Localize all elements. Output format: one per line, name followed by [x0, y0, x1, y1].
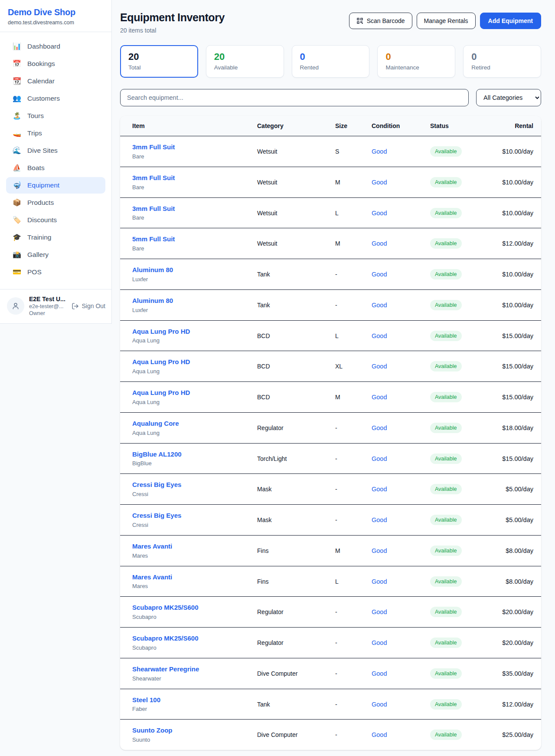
condition-link[interactable]: Good [372, 179, 387, 186]
table-row[interactable]: 3mm Full SuitBareWetsuitLGoodAvailable$1… [120, 197, 541, 228]
sidebar-item-equipment[interactable]: 🤿Equipment [6, 177, 105, 194]
sidebar-item-products[interactable]: 📦Products [6, 194, 105, 211]
sidebar-item-calendar[interactable]: 📆Calendar [6, 73, 105, 89]
table-row[interactable]: Suunto ZoopSuuntoDive Computer-GoodAvail… [120, 720, 541, 750]
table-row[interactable]: 5mm Full SuitBareWetsuitMGoodAvailable$1… [120, 228, 541, 259]
cell-item: Steel 100Faber [120, 689, 254, 720]
condition-link[interactable]: Good [372, 608, 387, 615]
manage-rentals-button[interactable]: Manage Rentals [417, 13, 476, 29]
tours-icon: 🏝️ [12, 112, 22, 119]
table-row[interactable]: Scubapro MK25/S600ScubaproRegulator-Good… [120, 628, 541, 658]
sidebar-item-bookings[interactable]: 📅Bookings [6, 56, 105, 72]
item-name-link[interactable]: Mares Avanti [132, 573, 250, 582]
condition-link[interactable]: Good [372, 670, 387, 677]
cell-size: XL [332, 351, 368, 382]
table-row[interactable]: 3mm Full SuitBareWetsuitMGoodAvailable$1… [120, 167, 541, 197]
cell-condition: Good [368, 474, 427, 505]
condition-link[interactable]: Good [372, 547, 387, 554]
condition-link[interactable]: Good [372, 363, 387, 370]
sidebar-item-discounts[interactable]: 🏷️Discounts [6, 212, 105, 228]
sidebar-item-gallery[interactable]: 📸Gallery [6, 247, 105, 263]
table-row[interactable]: Aqua Lung Pro HDAqua LungBCDXLGoodAvaila… [120, 351, 541, 382]
table-row[interactable]: Aqua Lung Pro HDAqua LungBCDMGoodAvailab… [120, 382, 541, 413]
condition-link[interactable]: Good [372, 701, 387, 708]
table-row[interactable]: Scubapro MK25/S600ScubaproRegulator-Good… [120, 597, 541, 628]
item-name-link[interactable]: 3mm Full Suit [132, 205, 250, 213]
item-name-link[interactable]: BigBlue AL1200 [132, 450, 250, 459]
status-badge: Available [430, 576, 462, 587]
condition-link[interactable]: Good [372, 731, 387, 738]
item-name-link[interactable]: Suunto Zoop [132, 726, 250, 735]
item-name-link[interactable]: Cressi Big Eyes [132, 512, 250, 520]
sidebar-item-tours[interactable]: 🏝️Tours [6, 108, 105, 124]
stat-card-maintenance[interactable]: 0Maintenance [377, 45, 455, 78]
condition-link[interactable]: Good [372, 148, 387, 155]
sidebar-item-dive-sites[interactable]: 🌊Dive Sites [6, 142, 105, 159]
table-row[interactable]: 3mm Full SuitBareWetsuitSGoodAvailable$1… [120, 136, 541, 167]
sidebar-item-dashboard[interactable]: 📊Dashboard [6, 38, 105, 55]
table-row[interactable]: Cressi Big EyesCressiMask-GoodAvailable$… [120, 474, 541, 505]
add-equipment-button[interactable]: Add Equipment [480, 13, 541, 29]
condition-link[interactable]: Good [372, 424, 387, 431]
sign-out-button[interactable]: Sign Out [72, 302, 105, 310]
gallery-icon: 📸 [12, 251, 22, 258]
sidebar-item-training[interactable]: 🎓Training [6, 229, 105, 246]
stat-card-rented[interactable]: 0Rented [292, 45, 370, 78]
sidebar-item-pos[interactable]: 💳POS [6, 264, 105, 280]
table-row[interactable]: Mares AvantiMaresFinsLGoodAvailable$8.00… [120, 566, 541, 597]
item-name-link[interactable]: Aqua Lung Pro HD [132, 328, 250, 336]
stat-card-retired[interactable]: 0Retired [463, 45, 541, 78]
item-name-link[interactable]: Scubapro MK25/S600 [132, 604, 250, 612]
item-name-link[interactable]: Shearwater Peregrine [132, 665, 250, 674]
condition-link[interactable]: Good [372, 394, 387, 401]
cell-category: Torch/Light [254, 443, 332, 474]
cell-rental: $10.00/day [487, 289, 541, 320]
stat-card-total[interactable]: 20Total [120, 45, 198, 78]
table-row[interactable]: Aqua Lung Pro HDAqua LungBCDLGoodAvailab… [120, 320, 541, 351]
item-name-link[interactable]: 5mm Full Suit [132, 235, 250, 243]
scan-barcode-button[interactable]: Scan Barcode [349, 13, 412, 29]
condition-link[interactable]: Good [372, 516, 387, 523]
table-row[interactable]: Cressi Big EyesCressiMask-GoodAvailable$… [120, 505, 541, 536]
sidebar-item-boats[interactable]: ⛵Boats [6, 160, 105, 176]
item-brand: Aqua Lung [132, 368, 250, 375]
table-row[interactable]: Aqualung CoreAqua LungRegulator-GoodAvai… [120, 412, 541, 443]
sidebar-item-label: Training [27, 233, 51, 241]
table-row[interactable]: BigBlue AL1200BigBlueTorch/Light-GoodAva… [120, 443, 541, 474]
item-name-link[interactable]: 3mm Full Suit [132, 143, 250, 151]
cell-status: Available [427, 382, 487, 413]
category-select[interactable]: All Categories [476, 89, 541, 106]
condition-link[interactable]: Good [372, 271, 387, 278]
item-name-link[interactable]: Aqua Lung Pro HD [132, 358, 250, 366]
item-name-link[interactable]: Steel 100 [132, 696, 250, 704]
condition-link[interactable]: Good [372, 332, 387, 339]
table-row[interactable]: Steel 100FaberTank-GoodAvailable$12.00/d… [120, 689, 541, 720]
table-row[interactable]: Aluminum 80LuxferTank-GoodAvailable$10.0… [120, 289, 541, 320]
table-row[interactable]: Aluminum 80LuxferTank-GoodAvailable$10.0… [120, 259, 541, 290]
user-info: E2E Test U... e2e-tester@... Owner [29, 296, 65, 316]
item-name-link[interactable]: Mares Avanti [132, 542, 250, 551]
condition-link[interactable]: Good [372, 210, 387, 217]
condition-link[interactable]: Good [372, 486, 387, 493]
item-name-link[interactable]: Aluminum 80 [132, 297, 250, 305]
item-name-link[interactable]: Aqualung Core [132, 420, 250, 428]
condition-link[interactable]: Good [372, 578, 387, 585]
item-name-link[interactable]: Aluminum 80 [132, 266, 250, 274]
item-name-link[interactable]: Scubapro MK25/S600 [132, 634, 250, 643]
condition-link[interactable]: Good [372, 639, 387, 646]
condition-link[interactable]: Good [372, 455, 387, 462]
cell-item: Aluminum 80Luxfer [120, 259, 254, 290]
table-row[interactable]: Shearwater PeregrineShearwaterDive Compu… [120, 658, 541, 689]
sidebar-item-customers[interactable]: 👥Customers [6, 90, 105, 107]
table-row[interactable]: Mares AvantiMaresFinsMGoodAvailable$8.00… [120, 535, 541, 566]
condition-link[interactable]: Good [372, 302, 387, 309]
search-input[interactable] [120, 89, 469, 106]
condition-link[interactable]: Good [372, 240, 387, 247]
shop-name[interactable]: Demo Dive Shop [8, 7, 104, 17]
item-name-link[interactable]: Cressi Big Eyes [132, 481, 250, 489]
item-name-link[interactable]: 3mm Full Suit [132, 174, 250, 182]
sidebar-item-trips[interactable]: 🚤Trips [6, 125, 105, 141]
cell-condition: Good [368, 167, 427, 197]
stat-card-available[interactable]: 20Available [206, 45, 284, 78]
item-name-link[interactable]: Aqua Lung Pro HD [132, 389, 250, 397]
